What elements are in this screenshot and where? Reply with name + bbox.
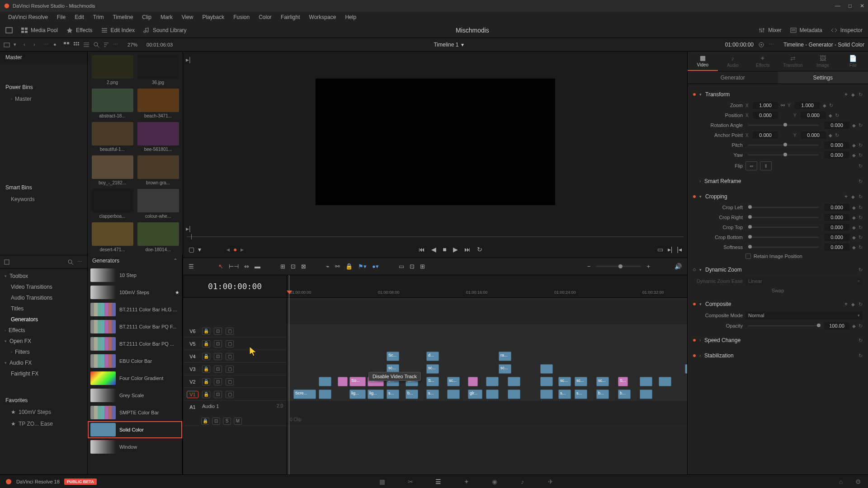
generator-item[interactable]: Grey Scale (88, 387, 182, 404)
link-icon[interactable]: ⚯ (335, 263, 340, 270)
zoom-y-input[interactable]: 1.000 (795, 102, 820, 109)
menu-edit[interactable]: Edit (70, 12, 89, 22)
mixer-toggle[interactable]: Mixer (758, 27, 781, 33)
power-bins-header[interactable]: Power Bins (0, 81, 87, 93)
menu-fusion[interactable]: Fusion (229, 12, 254, 22)
media-thumb[interactable]: bee-561801... (137, 122, 179, 152)
match-frame-icon[interactable]: ▭ (657, 246, 663, 253)
rotation-input[interactable]: 0.000 (824, 122, 849, 129)
timeline-clip[interactable] (319, 389, 331, 399)
menu-davinci-resolve[interactable]: DaVinci Resolve (4, 12, 52, 22)
timeline-ruler[interactable]: 01:00:00:0001:00:08:0001:00:16:0001:00:2… (287, 275, 687, 298)
timeline-clip[interactable] (319, 377, 331, 386)
detail-zoom-icon[interactable]: ⊡ (410, 263, 415, 270)
fx-toolbox[interactable]: ▾Toolbox (0, 271, 87, 282)
lock-icon[interactable]: 🔒 (202, 391, 210, 398)
track-v5[interactable] (287, 338, 687, 350)
pitch-slider[interactable] (748, 145, 819, 145)
reset-icon[interactable]: ↻ (859, 323, 863, 329)
reset-icon[interactable]: ↻ (859, 235, 863, 240)
grid-view-icon[interactable] (73, 42, 80, 48)
zoom-in-icon[interactable]: + (646, 263, 650, 270)
next-edit-icon[interactable]: ▸| (668, 246, 673, 253)
timeline-clip[interactable]: So... (349, 377, 366, 386)
track-v2[interactable]: So...So...b...sc...S...sc...sc...sc...sc… (287, 375, 687, 388)
sort-icon[interactable] (103, 42, 109, 48)
reset-icon[interactable]: ↻ (859, 353, 863, 359)
solo-button[interactable]: S (223, 418, 231, 425)
softness-slider[interactable] (748, 247, 819, 248)
composite-mode-select[interactable]: Normal▾ (745, 311, 863, 319)
generator-item[interactable]: BT.2111 Color Bar PQ ... (88, 335, 182, 352)
timeline-clip[interactable]: s... (558, 389, 571, 399)
timeline-clip[interactable]: sc... (499, 364, 511, 374)
more-options-icon[interactable]: ⋯ (113, 42, 119, 48)
reset-icon[interactable]: ↻ (859, 152, 863, 158)
track-label[interactable]: V6 (187, 328, 198, 335)
smart-bin-keywords[interactable]: Keywords (0, 193, 87, 205)
fx-audio-fx[interactable]: ▾Audio FX (0, 357, 87, 368)
timeline-clip[interactable] (540, 389, 553, 399)
more-icon[interactable]: ⋯ (769, 42, 775, 48)
flip-v-button[interactable]: ⇕ (760, 161, 772, 170)
track-head-v2[interactable]: V2🔒⊡▢ (183, 375, 287, 388)
timeline-clip[interactable]: lig... (368, 389, 384, 399)
keyframe-icon[interactable]: ◆ (851, 92, 855, 97)
crop-right-input[interactable]: 0.000 (824, 214, 849, 221)
inspector-subtab-settings[interactable]: Settings (778, 71, 868, 84)
lock-icon[interactable]: 🔒 (202, 328, 210, 335)
opacity-slider[interactable] (748, 325, 819, 326)
keyframe-icon[interactable]: ◆ (852, 205, 856, 210)
media-thumb[interactable]: clapperboa... (91, 189, 133, 219)
timeline-clip[interactable] (640, 389, 652, 399)
timeline-clip[interactable] (540, 377, 553, 386)
disable-track-icon[interactable]: ▢ (226, 378, 234, 385)
track-label[interactable]: V5 (187, 340, 198, 347)
crop-left-slider[interactable] (748, 207, 819, 208)
keyframe-icon[interactable]: ◆ (852, 245, 856, 250)
master-bin[interactable]: Master (0, 52, 87, 63)
snap-icon[interactable]: ⌁ (326, 263, 330, 270)
page-media-icon[interactable]: ▦ (378, 477, 387, 486)
menu-file[interactable]: File (52, 12, 70, 22)
media-thumb[interactable]: colour-whe... (137, 189, 179, 219)
blade-tool-icon[interactable]: ▬ (255, 263, 260, 270)
keyframe-icon[interactable]: ◆ (829, 113, 832, 118)
section-transform[interactable]: ▾Transform+◆↻ (688, 89, 868, 100)
auto-select-icon[interactable]: ⊡ (214, 391, 222, 398)
track-head-a1[interactable]: A1 Audio 1 2.0 🔒 ⊡ S M (183, 401, 287, 426)
yaw-input[interactable]: 0.000 (824, 151, 849, 159)
auto-select-icon[interactable]: ⊡ (214, 340, 222, 347)
reset-icon[interactable]: ↻ (859, 338, 863, 343)
keyframe-icon[interactable]: ◆ (852, 123, 856, 128)
play-reverse-icon[interactable]: ◀ (431, 246, 436, 253)
generator-item[interactable]: BT.2111 Color Bar HLG ... (88, 301, 182, 318)
play-icon[interactable]: ▶ (453, 246, 458, 253)
section-stabilization[interactable]: ›Stabilization↻ (688, 350, 868, 361)
media-thumb[interactable]: desert-471... (91, 222, 133, 252)
timeline-clip[interactable] (508, 389, 520, 399)
timeline-clip[interactable]: b... (596, 389, 609, 399)
favorites-header[interactable]: Favorites (0, 394, 87, 406)
media-thumb[interactable]: 2.png (91, 55, 133, 85)
media-thumb[interactable]: 36.jpg (137, 55, 179, 85)
track-head-v6[interactable]: V6🔒⊡▢ (183, 325, 287, 338)
page-edit-icon[interactable]: ☰ (434, 477, 443, 486)
track-label[interactable]: V2 (187, 378, 198, 385)
media-thumb[interactable]: abstract-18... (91, 89, 133, 118)
library-icon[interactable] (4, 259, 10, 265)
reset-icon[interactable]: ↻ (859, 178, 863, 184)
reset-icon[interactable]: ↻ (859, 215, 863, 221)
menu-clip[interactable]: Clip (137, 12, 156, 22)
auto-select-icon[interactable]: ⊡ (214, 353, 222, 360)
track-label[interactable]: V4 (187, 353, 198, 360)
fx-audio-transitions[interactable]: Audio Transitions (0, 292, 87, 303)
section-composite[interactable]: ▾Composite+◆↻ (688, 298, 868, 310)
reset-icon[interactable]: ↻ (859, 267, 863, 273)
anchor-x-input[interactable]: 0.000 (753, 131, 778, 139)
track-v1[interactable]: Scre...lig...lig...s...b...s...glr...s..… (287, 388, 687, 401)
lock-icon[interactable]: 🔒 (201, 418, 209, 425)
generator-item[interactable]: 100mV Steps★ (88, 284, 182, 301)
prev-edit-icon[interactable]: |◂ (677, 246, 682, 253)
menu-workspace[interactable]: Workspace (305, 12, 341, 22)
